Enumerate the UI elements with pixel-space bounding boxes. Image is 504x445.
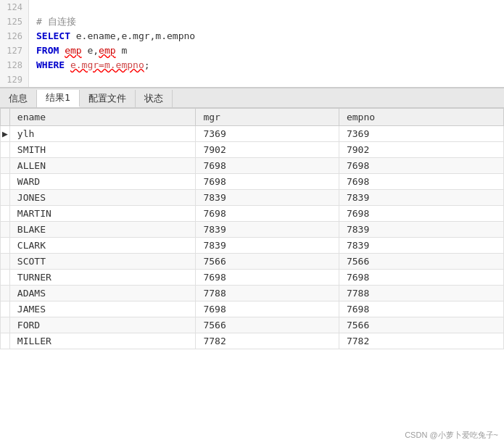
cell-mgr: 7839 [196,238,339,254]
cell-empno: 7698 [339,301,503,317]
cell-empno: 7788 [339,286,503,301]
cell-empno: 7566 [339,254,503,270]
main-container: 124 125 # 自连接 126 SELECT e.ename,e.mgr,m… [0,0,504,445]
row-indicator: ▶ [1,126,10,142]
tab-bar: 信息 结果1 配置文件 状态 [0,88,504,108]
table-row: WARD76987698 [1,174,504,190]
line-content-127: FROM emp e,emp m [29,43,127,58]
line-number-125: 125 [0,14,29,29]
cell-ename: SCOTT [9,254,196,270]
tab-status[interactable]: 状态 [136,90,173,107]
code-line-125: 125 # 自连接 [0,14,504,29]
row-indicator [1,222,10,238]
row-indicator [1,174,10,190]
table-row: ALLEN76987698 [1,158,504,174]
results-area[interactable]: ename mgr empno ▶ylh73697369SMITH7902790… [0,108,504,445]
cell-mgr: 7566 [196,317,339,333]
line-number-127: 127 [0,43,29,58]
row-indicator [1,317,10,333]
cell-empno: 7839 [339,238,503,254]
code-line-129: 129 [0,72,504,87]
table-row: MARTIN76987698 [1,206,504,222]
cell-ename: MARTIN [9,206,196,222]
cell-mgr: 7369 [196,126,339,142]
cell-empno: 7839 [339,222,503,238]
cell-ename: CLARK [9,238,196,254]
row-indicator [1,254,10,270]
watermark: CSDN @小萝卜爱吃兔子~ [405,430,498,441]
col-mgr: mgr [196,109,339,126]
row-indicator [1,206,10,222]
cell-mgr: 7698 [196,301,339,317]
line-number-126: 126 [0,29,29,43]
cell-empno: 7782 [339,333,503,349]
cell-ename: JAMES [9,301,196,317]
cell-empno: 7369 [339,126,503,142]
cell-mgr: 7902 [196,142,339,158]
tab-profile[interactable]: 配置文件 [80,90,136,107]
cell-ename: ylh [9,126,196,142]
table-row: TURNER76987698 [1,270,504,286]
row-indicator [1,190,10,206]
tab-info[interactable]: 信息 [0,90,37,107]
table-row: BLAKE78397839 [1,222,504,238]
row-indicator [1,301,10,317]
table-row: MILLER77827782 [1,333,504,349]
cell-mgr: 7566 [196,254,339,270]
row-indicator [1,142,10,158]
table-row: FORD75667566 [1,317,504,333]
cell-empno: 7839 [339,190,503,206]
line-number-129: 129 [0,72,29,87]
results-table: ename mgr empno ▶ylh73697369SMITH7902790… [0,108,504,349]
cell-mgr: 7839 [196,190,339,206]
code-area: 124 125 # 自连接 126 SELECT e.ename,e.mgr,m… [0,0,504,88]
cell-mgr: 7698 [196,206,339,222]
row-indicator [1,238,10,254]
table-row: CLARK78397839 [1,238,504,254]
cell-empno: 7566 [339,317,503,333]
table-row: JONES78397839 [1,190,504,206]
table-row: SCOTT75667566 [1,254,504,270]
table-row: ▶ylh73697369 [1,126,504,142]
row-indicator [1,158,10,174]
cell-ename: SMITH [9,142,196,158]
code-line-126: 126 SELECT e.ename,e.mgr,m.empno [0,29,504,43]
cell-ename: JONES [9,190,196,206]
cell-empno: 7698 [339,206,503,222]
cell-empno: 7698 [339,270,503,286]
col-empno: empno [339,109,503,126]
code-line-124: 124 [0,0,504,14]
cell-ename: TURNER [9,270,196,286]
col-ename: ename [9,109,196,126]
row-indicator [1,286,10,301]
cell-mgr: 7839 [196,222,339,238]
table-row: JAMES76987698 [1,301,504,317]
cell-ename: BLAKE [9,222,196,238]
col-indicator [1,109,10,126]
line-content-126: SELECT e.ename,e.mgr,m.empno [29,29,195,43]
line-number-128: 128 [0,58,29,72]
cell-ename: ADAMS [9,286,196,301]
cell-mgr: 7698 [196,174,339,190]
cell-mgr: 7782 [196,333,339,349]
cell-mgr: 7698 [196,158,339,174]
cell-ename: WARD [9,174,196,190]
table-row: ADAMS77887788 [1,286,504,301]
line-content-128: WHERE e.mgr=m.empno; [29,58,150,72]
cell-empno: 7698 [339,158,503,174]
table-row: SMITH79027902 [1,142,504,158]
tab-results1[interactable]: 结果1 [37,90,80,107]
cell-mgr: 7788 [196,286,339,301]
cell-empno: 7698 [339,174,503,190]
line-content-125: # 自连接 [29,14,76,29]
row-indicator [1,333,10,349]
cell-mgr: 7698 [196,270,339,286]
cell-ename: ALLEN [9,158,196,174]
line-number-124: 124 [0,0,29,14]
code-lines: 124 125 # 自连接 126 SELECT e.ename,e.mgr,m… [0,0,504,87]
row-indicator [1,270,10,286]
cell-ename: FORD [9,317,196,333]
cell-empno: 7902 [339,142,503,158]
code-line-127: 127 FROM emp e,emp m [0,43,504,58]
table-header-row: ename mgr empno [1,109,504,126]
